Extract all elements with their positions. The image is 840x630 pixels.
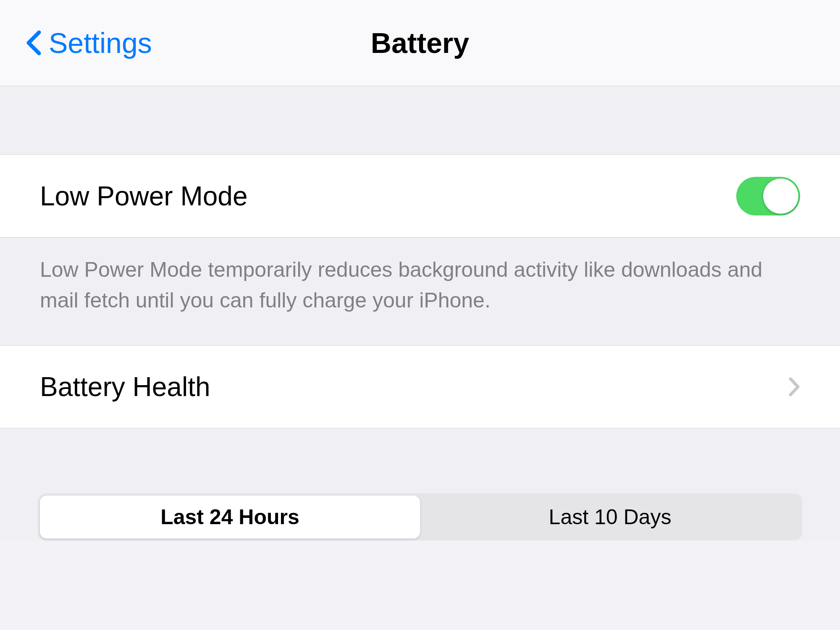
back-button[interactable]: Settings bbox=[25, 26, 152, 59]
toggle-knob bbox=[763, 178, 798, 214]
battery-health-label: Battery Health bbox=[40, 371, 210, 402]
chevron-left-icon bbox=[25, 30, 41, 56]
page-title: Battery bbox=[371, 26, 469, 59]
segment-label: Last 10 Days bbox=[549, 505, 672, 529]
low-power-mode-toggle[interactable] bbox=[736, 177, 800, 215]
segment-last-24-hours[interactable]: Last 24 Hours bbox=[40, 496, 420, 538]
section-spacer bbox=[0, 428, 840, 494]
segmented-control-container: Last 24 Hours Last 10 Days bbox=[0, 494, 840, 541]
segment-last-10-days[interactable]: Last 10 Days bbox=[420, 496, 800, 538]
low-power-mode-label: Low Power Mode bbox=[40, 181, 247, 212]
back-label: Settings bbox=[49, 26, 152, 59]
navigation-bar: Settings Battery bbox=[0, 0, 840, 86]
battery-health-row[interactable]: Battery Health bbox=[0, 345, 840, 428]
section-spacer bbox=[0, 339, 840, 345]
section-spacer bbox=[0, 86, 840, 155]
low-power-mode-description: Low Power Mode temporarily reduces backg… bbox=[0, 238, 840, 339]
chevron-right-icon bbox=[788, 377, 800, 397]
low-power-mode-row: Low Power Mode bbox=[0, 155, 840, 238]
segment-label: Last 24 Hours bbox=[160, 505, 299, 529]
time-range-segmented-control: Last 24 Hours Last 10 Days bbox=[38, 494, 802, 541]
